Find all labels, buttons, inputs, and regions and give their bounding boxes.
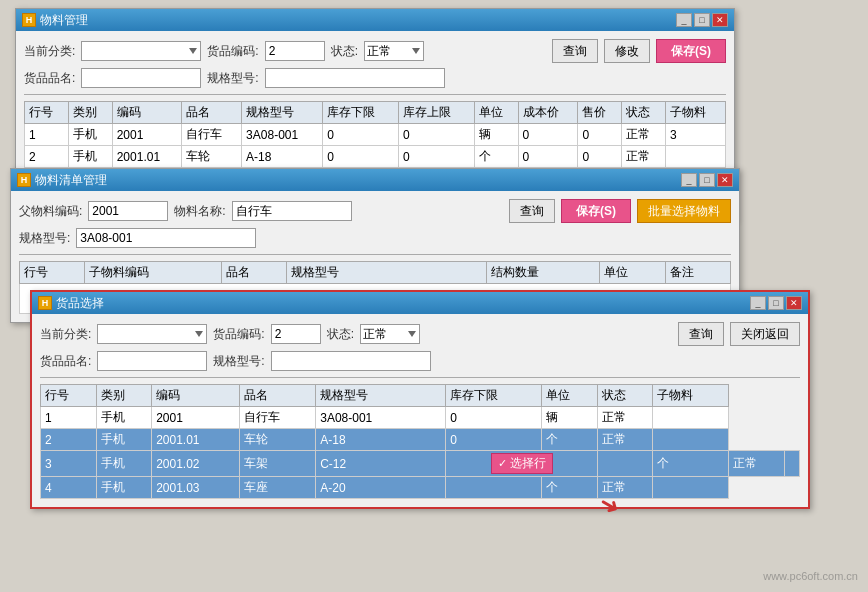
win2-parent-code-label: 父物料编码: [19,203,82,220]
win2-batch-btn[interactable]: 批量选择物料 [637,199,731,223]
win1-category-select[interactable] [81,41,201,61]
win3-category-select[interactable] [97,324,207,344]
win1-col-status: 状态 [622,102,666,124]
win1-col-sub: 子物料 [666,102,726,124]
win3-icon: H [38,296,52,310]
win3-minimize[interactable]: _ [750,296,766,310]
win2-close[interactable]: ✕ [717,173,733,187]
win3-col-category: 类别 [96,385,152,407]
win2-col-name: 品名 [222,262,287,284]
win1-titlebar: H 物料管理 _ □ ✕ [16,9,734,31]
win1-close[interactable]: ✕ [712,13,728,27]
win2-col-qty: 结构数量 [487,262,600,284]
win3-col-min-stock: 库存下限 [446,385,542,407]
win1-col-rownum: 行号 [25,102,69,124]
win2-query-btn[interactable]: 查询 [509,199,555,223]
win1-col-unit: 单位 [474,102,518,124]
win2-spec-input[interactable] [76,228,256,248]
win3-status-label: 状态: [327,326,354,343]
win1-col-price: 售价 [578,102,622,124]
win3-table: 行号 类别 编码 品名 规格型号 库存下限 单位 状态 子物料 1手机2001自… [40,384,800,499]
win2-restore[interactable]: □ [699,173,715,187]
select-row-button[interactable]: ✓ 选择行 [491,453,553,474]
win2-titlebar: H 物料清单管理 _ □ ✕ [11,169,739,191]
win1-spec-input[interactable] [265,68,445,88]
win1-col-name: 品名 [182,102,242,124]
win3-col-name: 品名 [240,385,316,407]
win2-col-rownum: 行号 [20,262,85,284]
win2-minimize[interactable]: _ [681,173,697,187]
win2-title: 物料清单管理 [35,172,107,189]
win2-col-spec: 规格型号 [287,262,487,284]
win3-query-btn[interactable]: 查询 [678,322,724,346]
win1-status-label: 状态: [331,43,358,60]
win1-status-select[interactable]: 正常 [364,41,424,61]
win3-col-code: 编码 [152,385,240,407]
goods-select-window: H 货品选择 _ □ ✕ 当前分类: 货品编码: 状态: 正常 查询 关闭返回 … [30,290,810,509]
win3-col-unit: 单位 [542,385,598,407]
win1-col-cost: 成本价 [518,102,578,124]
win2-mat-name-label: 物料名称: [174,203,225,220]
win2-mat-name-input[interactable] [232,201,352,221]
win3-col-status: 状态 [597,385,653,407]
win3-restore[interactable]: □ [768,296,784,310]
win3-goods-code-label: 货品编码: [213,326,264,343]
win3-close-return-btn[interactable]: 关闭返回 [730,322,800,346]
win1-col-max-stock: 库存上限 [398,102,474,124]
win2-spec-label: 规格型号: [19,230,70,247]
table-row[interactable]: 2手机2001.01车轮A-1800个00正常 [25,146,726,168]
win3-col-sub: 子物料 [653,385,729,407]
table-row[interactable]: 4手机2001.03车座A-20个正常 [41,477,800,499]
win1-title: 物料管理 [40,12,88,29]
table-row[interactable]: 2手机2001.01车轮A-180个正常 [41,429,800,451]
win2-col-unit: 单位 [600,262,665,284]
win3-goods-name-input[interactable] [97,351,207,371]
win3-goods-code-input[interactable] [271,324,321,344]
win3-col-spec: 规格型号 [316,385,446,407]
win3-status-select[interactable]: 正常 [360,324,420,344]
win1-modify-btn[interactable]: 修改 [604,39,650,63]
win3-category-label: 当前分类: [40,326,91,343]
win2-col-remark: 备注 [665,262,730,284]
table-row[interactable]: 1手机2001自行车3A08-00100辆00正常3 [25,124,726,146]
win1-spec-label: 规格型号: [207,70,258,87]
table-row[interactable]: 1手机2001自行车3A08-0010辆正常 [41,407,800,429]
win1-icon: H [22,13,36,27]
win1-category-label: 当前分类: [24,43,75,60]
win3-col-rownum: 行号 [41,385,97,407]
win2-col-sub-code: 子物料编码 [85,262,222,284]
win3-close[interactable]: ✕ [786,296,802,310]
win3-titlebar: H 货品选择 _ □ ✕ [32,292,808,314]
win3-spec-input[interactable] [271,351,431,371]
win1-query-btn[interactable]: 查询 [552,39,598,63]
watermark: www.pc6oft.com.cn [763,570,858,582]
win1-col-min-stock: 库存下限 [323,102,399,124]
win1-col-spec: 规格型号 [242,102,323,124]
win3-title: 货品选择 [56,295,104,312]
win1-restore[interactable]: □ [694,13,710,27]
table-row[interactable]: 3手机2001.02车架C-12✓ 选择行个正常 [41,451,800,477]
win2-icon: H [17,173,31,187]
win1-goods-code-label: 货品编码: [207,43,258,60]
win1-col-category: 类别 [68,102,112,124]
win2-parent-code-input[interactable] [88,201,168,221]
win1-col-code: 编码 [112,102,182,124]
win3-goods-name-label: 货品品名: [40,353,91,370]
win1-goods-code-input[interactable] [265,41,325,61]
win1-minimize[interactable]: _ [676,13,692,27]
win1-goods-name-input[interactable] [81,68,201,88]
win3-spec-label: 规格型号: [213,353,264,370]
win1-goods-name-label: 货品品名: [24,70,75,87]
win2-save-btn[interactable]: 保存(S) [561,199,631,223]
win1-save-btn[interactable]: 保存(S) [656,39,726,63]
